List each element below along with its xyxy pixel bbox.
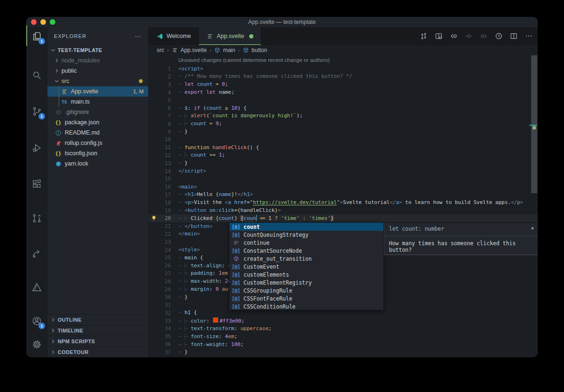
breadcrumb-item-src[interactable]: src: [157, 47, 164, 53]
section-timeline[interactable]: TIMELINE: [47, 325, 148, 336]
suggest-item-customelementregistry[interactable]: [@]CustomElementRegistry: [229, 279, 383, 286]
project-root-row[interactable]: TEST-TEMPLATE: [47, 45, 148, 55]
run-debug-icon[interactable]: [26, 140, 47, 156]
traffic-lights: [31, 19, 55, 25]
code-line-16[interactable]: 16<main>: [149, 183, 538, 191]
line-number: 17: [149, 192, 171, 197]
settings-gear-icon[interactable]: [26, 336, 47, 352]
code-line-17[interactable]: 17→ <h1>Hello {name}!</h1>: [149, 191, 538, 199]
info-file-icon: [54, 129, 62, 136]
line-text: → h1 {: [178, 309, 197, 316]
code-line-1[interactable]: 1<script>: [149, 65, 538, 73]
suggest-item-cssgroupingrule[interactable]: [@]CSSGroupingRule: [229, 286, 383, 294]
overview-ruler-cursor-marker: [529, 125, 537, 126]
close-window-button[interactable]: [31, 19, 37, 25]
line-text: → }: [178, 294, 188, 300]
tree-item-public[interactable]: public: [47, 66, 148, 76]
close-icon[interactable]: ✕: [531, 225, 534, 231]
unsaved-dot-icon[interactable]: [249, 34, 253, 38]
code-line-13[interactable]: 13→ }: [149, 159, 538, 167]
code-line-33[interactable]: 33→ → color: #ff3e00;: [149, 317, 538, 324]
tree-item-app-svelte[interactable]: App.svelte1, M: [47, 86, 148, 97]
split-editor-icon[interactable]: [510, 32, 518, 40]
code-line-35[interactable]: 35→ → font-size: 4em;: [149, 332, 538, 340]
breadcrumb-item-app-svelte[interactable]: App.svelte: [172, 47, 207, 53]
code-line-37[interactable]: 37→ }: [149, 348, 538, 356]
suggest-item-countqueuingstrategy[interactable]: [@]CountQueuingStrategy: [229, 231, 383, 239]
line-number: 36: [149, 341, 171, 347]
code-line-9[interactable]: 9→ }: [149, 128, 538, 136]
tab-app-svelte[interactable]: App.svelte: [199, 27, 261, 45]
code-line-5[interactable]: 5: [149, 96, 538, 104]
editor-scrollbar[interactable]: [531, 55, 537, 193]
breadcrumb-item-button[interactable]: button: [243, 47, 267, 53]
suggest-item-cssconditionrule[interactable]: [@]CSSConditionRule: [229, 302, 383, 310]
code-editor[interactable]: Unsaved changes (cannot determine recent…: [149, 55, 538, 357]
code-line-18[interactable]: 18→ <p>Visit the <a href="https://svelte…: [149, 198, 538, 206]
suggest-item-customelements[interactable]: [@]customElements: [229, 271, 383, 279]
azure-icon[interactable]: [26, 279, 47, 295]
code-line-20[interactable]: 20→ → Clicked {count} {coun == 1 ? 'time…: [149, 214, 538, 222]
color-swatch[interactable]: [213, 317, 218, 323]
tree-item-tsconfig-json[interactable]: {}tsconfig.json: [47, 148, 148, 158]
files-icon[interactable]: 1: [26, 28, 47, 44]
minimize-window-button[interactable]: [40, 19, 46, 25]
title-bar[interactable]: App.svelte — test-template: [26, 17, 538, 27]
more-actions-icon[interactable]: [525, 32, 533, 40]
suggest-item-continue[interactable]: continue: [229, 239, 383, 247]
tab-welcome[interactable]: Welcome: [149, 27, 199, 45]
open-changes-icon[interactable]: [434, 32, 443, 40]
suggest-item-create_out_transition[interactable]: create_out_transition: [229, 255, 383, 263]
code-line-3[interactable]: 3→ let count = 0;: [149, 80, 538, 88]
vscode-window: App.svelte — test-template 111 EXPLORER …: [26, 17, 538, 357]
history-icon[interactable]: [495, 32, 503, 40]
code-line-4[interactable]: 4→ export let name;: [149, 88, 538, 96]
explorer-more-actions-icon[interactable]: ⋯: [135, 32, 142, 40]
section-codetour[interactable]: CODETOUR: [47, 347, 148, 357]
code-line-11[interactable]: 11→ function handleClick() {: [149, 143, 538, 151]
tree-item-rollup-config-js[interactable]: rollup.config.js: [47, 138, 148, 148]
navigate-forward-icon[interactable]: [480, 32, 488, 40]
symbol-at-icon: [@]: [231, 280, 241, 285]
code-line-10[interactable]: 10: [149, 136, 538, 143]
lightbulb-icon[interactable]: [151, 215, 157, 222]
tree-item-readme-md[interactable]: README.md: [47, 128, 148, 138]
tree-item--gitignore[interactable]: .gitignore: [47, 107, 148, 117]
suggest-item-cssfontfacerule[interactable]: [@]CSSFontFaceRule: [229, 294, 383, 302]
tree-item-package-json[interactable]: {}package.json: [47, 117, 148, 128]
code-line-12[interactable]: 12→ → count += 1;: [149, 151, 538, 159]
live-share-icon[interactable]: [26, 245, 47, 261]
breadcrumb[interactable]: src›App.svelte›main›button: [149, 45, 538, 55]
account-icon[interactable]: 1: [26, 313, 47, 329]
json-file-icon: {}: [54, 119, 62, 126]
line-number: 9: [149, 129, 171, 135]
code-line-6[interactable]: 6→ $: if (count ≥ 10) {: [149, 104, 538, 112]
code-line-2[interactable]: 2→ /** How many times has someone clicke…: [149, 73, 538, 81]
code-line-36[interactable]: 36→ → font-weight: 100;: [149, 340, 538, 348]
zoom-window-button[interactable]: [50, 19, 55, 25]
breadcrumb-item-main[interactable]: main: [214, 47, 235, 53]
tree-item-yarn-lock[interactable]: yarn.lock: [47, 158, 148, 169]
section-outline[interactable]: OUTLINE: [47, 314, 148, 325]
suggest-item-customevent[interactable]: [@]CustomEvent: [229, 263, 383, 271]
tree-item-main-ts[interactable]: TSmain.ts: [47, 97, 148, 107]
suggest-item-constantsourcenode[interactable]: [@]ConstantSourceNode: [229, 247, 383, 255]
section-npm-scripts[interactable]: NPM SCRIPTS: [47, 336, 148, 347]
line-number: 16: [149, 184, 171, 189]
tree-item-src[interactable]: src: [47, 76, 148, 86]
compare-changes-icon[interactable]: [419, 32, 428, 40]
tree-item-node-modules[interactable]: node_modules: [47, 55, 148, 66]
extensions-icon[interactable]: [26, 176, 47, 192]
code-line-34[interactable]: 34→ → text-transform: uppercase;: [149, 324, 538, 332]
code-line-19[interactable]: 19→ <button on:click={handleClick}>: [149, 206, 538, 214]
circle-outline-icon[interactable]: [465, 32, 473, 40]
suggest-item-count[interactable]: [@]count: [229, 223, 383, 231]
code-line-15[interactable]: 15: [149, 175, 538, 183]
code-line-7[interactable]: 7→ → alert(`count is dangerously high!`)…: [149, 112, 538, 120]
code-line-8[interactable]: 8→ → count = 9;: [149, 120, 538, 128]
navigate-back-icon[interactable]: [450, 32, 458, 40]
source-control-icon[interactable]: 1: [26, 103, 47, 119]
search-icon[interactable]: [26, 67, 47, 83]
code-line-14[interactable]: 14</script>: [149, 167, 538, 175]
pull-request-icon[interactable]: [26, 210, 47, 226]
